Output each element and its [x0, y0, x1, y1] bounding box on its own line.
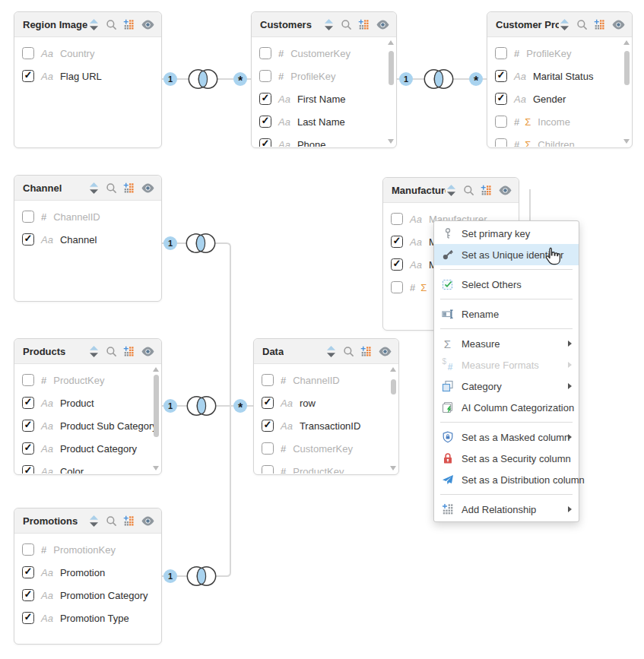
sort-icon[interactable]: [88, 515, 100, 527]
search-icon[interactable]: [106, 19, 117, 30]
field-checkbox[interactable]: [22, 70, 34, 82]
add-relationship-icon[interactable]: [123, 19, 135, 30]
field-checkbox[interactable]: [262, 465, 274, 474]
field-checkbox[interactable]: [262, 397, 274, 409]
field-row[interactable]: Aa Promotion Category: [14, 584, 161, 607]
field-row[interactable]: Aa row: [254, 391, 398, 414]
field-row[interactable]: Aa Phone: [252, 133, 396, 147]
field-row[interactable]: # ChannelID: [14, 205, 161, 228]
add-relationship-icon[interactable]: [123, 346, 135, 357]
scroll-down-icon[interactable]: [388, 139, 394, 144]
field-checkbox[interactable]: [262, 420, 274, 432]
search-icon[interactable]: [343, 346, 354, 357]
field-checkbox[interactable]: [495, 93, 507, 105]
scrollbar-thumb[interactable]: [624, 51, 630, 85]
field-checkbox[interactable]: [22, 397, 34, 409]
eye-icon[interactable]: [141, 20, 155, 30]
add-relationship-icon[interactable]: [360, 346, 372, 357]
field-row[interactable]: Aa Country: [14, 42, 161, 65]
field-row[interactable]: # ProductKey: [14, 369, 161, 391]
field-row[interactable]: Aa Marital Status: [487, 65, 632, 87]
scroll-up-icon[interactable]: [153, 367, 159, 372]
field-checkbox[interactable]: [259, 70, 271, 82]
scroll-up-icon[interactable]: [390, 367, 396, 372]
field-checkbox[interactable]: [22, 420, 34, 432]
relationship-venn-icon[interactable]: [421, 68, 456, 90]
field-checkbox[interactable]: [262, 442, 274, 455]
scrollbar[interactable]: [153, 367, 160, 470]
field-checkbox[interactable]: [495, 116, 507, 128]
field-checkbox[interactable]: [22, 47, 34, 59]
scroll-down-icon[interactable]: [390, 466, 396, 470]
field-row[interactable]: Aa Color: [14, 460, 161, 474]
scrollbar-thumb[interactable]: [391, 379, 396, 394]
field-checkbox[interactable]: [391, 281, 403, 293]
field-checkbox[interactable]: [391, 258, 403, 271]
field-row[interactable]: Aa Promotion: [14, 561, 161, 584]
menu-item-ai-column-categorization[interactable]: AI Column Categorization: [434, 397, 579, 418]
menu-item-measure[interactable]: Σ Measure: [434, 333, 579, 354]
add-relationship-icon[interactable]: [481, 185, 492, 196]
eye-icon[interactable]: [141, 347, 155, 356]
search-icon[interactable]: [341, 19, 352, 30]
scrollbar[interactable]: [623, 40, 630, 144]
scrollbar[interactable]: [390, 367, 397, 470]
menu-item-category[interactable]: Category: [434, 375, 579, 397]
field-checkbox[interactable]: [22, 566, 34, 578]
eye-icon[interactable]: [378, 347, 392, 356]
sort-icon[interactable]: [323, 19, 335, 30]
field-row[interactable]: Aa Gender: [487, 87, 632, 110]
add-relationship-icon[interactable]: [123, 182, 135, 194]
eye-icon[interactable]: [141, 183, 155, 193]
search-icon[interactable]: [106, 182, 117, 194]
scroll-down-icon[interactable]: [153, 466, 159, 470]
menu-item-set-as-masked-column[interactable]: Set as a Masked column: [434, 426, 579, 448]
search-icon[interactable]: [106, 346, 117, 357]
field-row[interactable]: Aa First Name: [252, 87, 396, 110]
field-checkbox[interactable]: [22, 442, 34, 455]
menu-item-rename[interactable]: Rename: [434, 303, 579, 325]
sort-icon[interactable]: [88, 182, 100, 194]
field-checkbox[interactable]: [495, 70, 507, 82]
field-checkbox[interactable]: [22, 589, 34, 601]
field-row[interactable]: # ProductKey: [254, 460, 398, 474]
sort-icon[interactable]: [325, 346, 337, 357]
field-row[interactable]: # ProfileKey: [487, 42, 632, 65]
menu-item-add-relationship[interactable]: Add Relationship: [434, 499, 579, 520]
add-relationship-icon[interactable]: [358, 19, 370, 30]
add-relationship-icon[interactable]: [123, 515, 135, 527]
field-row[interactable]: Aa TransactionID: [254, 414, 398, 437]
field-row[interactable]: Aa Channel: [14, 228, 161, 251]
field-checkbox[interactable]: [495, 47, 507, 59]
field-checkbox[interactable]: [262, 374, 274, 386]
relationship-venn-icon[interactable]: [183, 233, 218, 254]
sort-icon[interactable]: [88, 346, 100, 357]
field-row[interactable]: Aa Last Name: [252, 110, 396, 133]
scrollbar[interactable]: [388, 40, 395, 144]
field-row[interactable]: Aa Flag URL: [14, 65, 161, 87]
scroll-down-icon[interactable]: [623, 139, 630, 144]
scroll-up-icon[interactable]: [623, 40, 630, 45]
menu-item-measure-formats[interactable]: $# Measure Formats: [434, 354, 579, 375]
field-row[interactable]: # CustomerKey: [254, 437, 398, 460]
field-checkbox[interactable]: [22, 612, 34, 624]
eye-icon[interactable]: [611, 20, 626, 30]
add-relationship-icon[interactable]: [594, 19, 605, 30]
field-checkbox[interactable]: [22, 233, 34, 246]
field-checkbox[interactable]: [259, 138, 271, 147]
scrollbar-thumb[interactable]: [154, 375, 159, 437]
search-icon[interactable]: [576, 19, 588, 30]
field-row[interactable]: Aa Product: [14, 391, 161, 414]
menu-item-set-primary-key[interactable]: Set primary key: [434, 223, 579, 244]
relationship-venn-icon[interactable]: [186, 68, 220, 90]
field-row[interactable]: # ChannelID: [254, 369, 398, 391]
relationship-venn-icon[interactable]: [184, 395, 219, 417]
search-icon[interactable]: [106, 515, 117, 527]
sort-icon[interactable]: [88, 19, 100, 30]
field-checkbox[interactable]: [22, 465, 34, 474]
search-icon[interactable]: [463, 185, 474, 196]
menu-item-set-as-distribution-column[interactable]: Set as a Distribution column: [434, 469, 579, 490]
field-row[interactable]: # ProfileKey: [252, 65, 396, 87]
field-checkbox[interactable]: [259, 93, 271, 105]
field-row[interactable]: # CustomerKey: [252, 42, 396, 65]
